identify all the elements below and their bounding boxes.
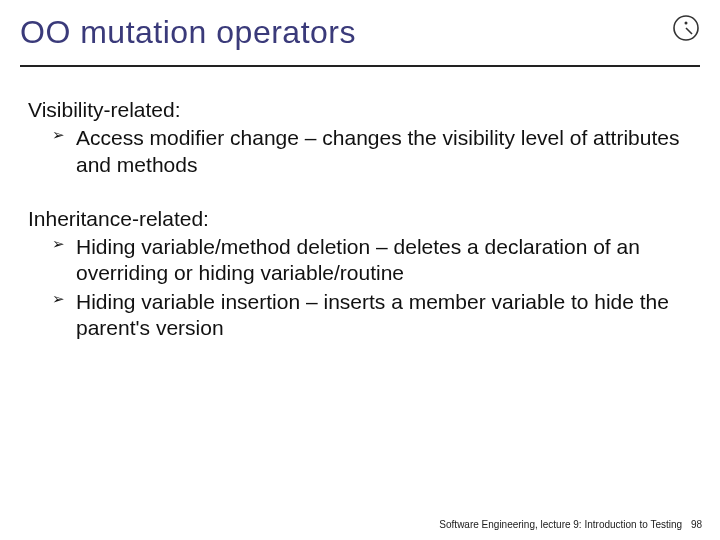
slide-footer: Software Engineering, lecture 9: Introdu…	[439, 519, 702, 530]
list-item-text: Access modifier change – changes the vis…	[76, 126, 679, 175]
list-item: ➢ Hiding variable insertion – inserts a …	[52, 289, 692, 342]
bullet-icon: ➢	[52, 126, 65, 145]
list-item-text: Hiding variable insertion – inserts a me…	[76, 290, 669, 339]
bullet-list: ➢ Hiding variable/method deletion – dele…	[52, 234, 692, 341]
section-heading: Inheritance-related:	[28, 206, 692, 232]
logo-icon	[672, 14, 700, 42]
footer-text: Software Engineering, lecture 9: Introdu…	[439, 519, 682, 530]
section-inheritance: Inheritance-related: ➢ Hiding variable/m…	[28, 206, 692, 341]
section-heading: Visibility-related:	[28, 97, 692, 123]
slide-header: OO mutation operators	[0, 0, 720, 59]
slide: OO mutation operators Visibility-related…	[0, 0, 720, 540]
list-item-text: Hiding variable/method deletion – delete…	[76, 235, 640, 284]
bullet-list: ➢ Access modifier change – changes the v…	[52, 125, 692, 178]
page-number: 98	[691, 519, 702, 530]
svg-point-1	[685, 22, 688, 25]
bullet-icon: ➢	[52, 290, 65, 309]
bullet-icon: ➢	[52, 235, 65, 254]
section-visibility: Visibility-related: ➢ Access modifier ch…	[28, 97, 692, 178]
list-item: ➢ Access modifier change – changes the v…	[52, 125, 692, 178]
slide-body: Visibility-related: ➢ Access modifier ch…	[0, 67, 720, 341]
slide-title: OO mutation operators	[20, 14, 700, 51]
list-item: ➢ Hiding variable/method deletion – dele…	[52, 234, 692, 287]
